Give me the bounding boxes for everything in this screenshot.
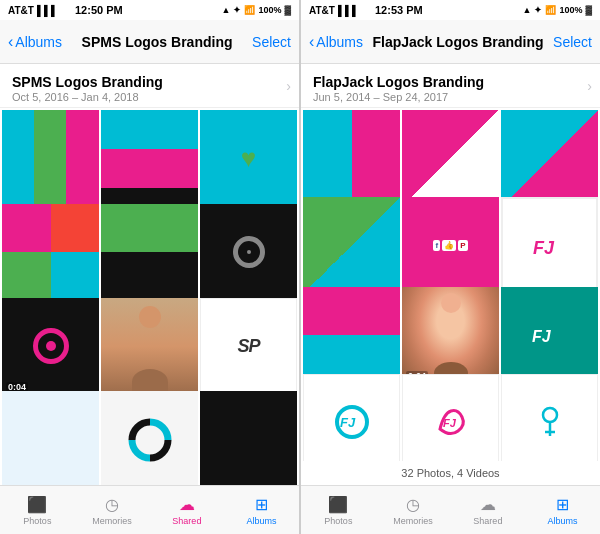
right-memories-label: Memories	[393, 516, 433, 526]
left-photo-7[interactable]	[101, 298, 198, 395]
right-photo-count: 32 Photos, 4 Videos	[301, 461, 600, 485]
right-location-icon: ▲	[522, 5, 531, 15]
right-status-left: AT&T ▌▌▌	[309, 5, 359, 16]
right-photo-grid: f 👍 P FJ	[301, 108, 600, 461]
left-select-button[interactable]: Select	[252, 34, 291, 50]
left-album-header: SPMS Logos Branding Oct 5, 2016 – Jan 4,…	[0, 64, 299, 108]
left-tab-memories[interactable]: ◷ Memories	[75, 495, 150, 526]
left-albums-icon: ⊞	[255, 495, 268, 514]
right-tab-bar: ⬛ Photos ◷ Memories ☁ Shared ⊞ Albums	[301, 485, 600, 534]
right-photo-3[interactable]	[303, 197, 400, 294]
left-photo-4[interactable]	[101, 204, 198, 301]
left-photo-3[interactable]	[2, 204, 99, 301]
right-photo-9[interactable]: FJ	[303, 374, 400, 461]
right-nav-bar: ‹ Albums FlapJack Logos Branding Select	[301, 20, 600, 64]
right-back-button[interactable]: ‹ Albums	[309, 33, 363, 51]
right-photos-label: Photos	[324, 516, 352, 526]
left-phone: AT&T ▌▌▌ 12:50 PM ▲ ✦ 📶 100% ▓ ‹ Albums …	[0, 0, 300, 534]
svg-text:FJ: FJ	[443, 417, 457, 429]
right-bluetooth-icon: ✦	[534, 5, 542, 15]
left-back-chevron: ‹	[8, 33, 13, 51]
left-nav-title: SPMS Logos Branding	[62, 34, 252, 50]
right-shared-label: Shared	[473, 516, 502, 526]
right-tab-photos[interactable]: ⬛ Photos	[301, 495, 376, 526]
svg-text:FJ: FJ	[533, 238, 555, 258]
right-photo-1[interactable]	[402, 110, 499, 207]
right-photo-0[interactable]	[303, 110, 400, 207]
left-shared-icon: ☁	[179, 495, 195, 514]
left-status-left: AT&T ▌▌▌	[8, 5, 58, 16]
left-status-bar: AT&T ▌▌▌ 12:50 PM ▲ ✦ 📶 100% ▓	[0, 0, 299, 20]
left-album-chevron: ›	[286, 78, 291, 94]
left-carrier: AT&T	[8, 5, 34, 16]
left-video-duration-0: 0:04	[6, 382, 28, 392]
right-photo-count-text: 32 Photos, 4 Videos	[401, 467, 499, 479]
left-shared-label: Shared	[172, 516, 201, 526]
left-nav-bar: ‹ Albums SPMS Logos Branding Select	[0, 20, 299, 64]
right-tab-memories[interactable]: ◷ Memories	[376, 495, 451, 526]
left-photos-label: Photos	[23, 516, 51, 526]
left-tab-bar: ⬛ Photos ◷ Memories ☁ Shared ⊞ Albums	[0, 485, 299, 534]
right-status-bar: AT&T ▌▌▌ 12:53 PM ▲ ✦ 📶 100% ▓	[301, 0, 600, 20]
left-photo-grid: ♥ 0:04	[0, 108, 299, 485]
right-albums-label: Albums	[548, 516, 578, 526]
left-location-icon: ▲	[221, 5, 230, 15]
right-tab-albums[interactable]: ⊞ Albums	[525, 495, 600, 526]
right-select-button[interactable]: Select	[553, 34, 592, 50]
left-photo-5[interactable]	[200, 204, 297, 301]
right-carrier: AT&T	[309, 5, 335, 16]
right-tab-shared[interactable]: ☁ Shared	[451, 495, 526, 526]
right-wifi-icon: 📶	[545, 5, 556, 15]
right-photo-11[interactable]	[501, 374, 598, 461]
left-memories-label: Memories	[92, 516, 132, 526]
left-photos-icon: ⬛	[27, 495, 47, 514]
left-status-right: ▲ ✦ 📶 100% ▓	[221, 5, 291, 15]
left-photo-10[interactable]	[101, 391, 198, 485]
left-photo-1[interactable]	[101, 110, 198, 207]
left-tab-shared[interactable]: ☁ Shared	[150, 495, 225, 526]
right-memories-icon: ◷	[406, 495, 420, 514]
right-photo-2[interactable]	[501, 110, 598, 207]
left-photo-2[interactable]: ♥	[200, 110, 297, 207]
left-memories-icon: ◷	[105, 495, 119, 514]
right-status-right: ▲ ✦ 📶 100% ▓	[522, 5, 592, 15]
right-album-chevron: ›	[587, 78, 592, 94]
left-photo-9[interactable]	[2, 391, 99, 485]
right-album-header: FlapJack Logos Branding Jun 5, 2014 – Se…	[301, 64, 600, 108]
left-battery: 100%	[258, 5, 281, 15]
right-signal-icon: ▌▌▌	[338, 5, 359, 16]
right-album-dates: Jun 5, 2014 – Sep 24, 2017	[313, 91, 580, 103]
left-album-title: SPMS Logos Branding	[12, 74, 279, 90]
left-back-label: Albums	[15, 34, 62, 50]
right-shared-icon: ☁	[480, 495, 496, 514]
left-time: 12:50 PM	[75, 4, 123, 16]
right-photo-4[interactable]: f 👍 P	[402, 197, 499, 294]
left-photo-11[interactable]	[200, 391, 297, 485]
right-album-title: FlapJack Logos Branding	[313, 74, 580, 90]
left-albums-label: Albums	[247, 516, 277, 526]
left-bluetooth-icon: ✦	[233, 5, 241, 15]
right-photo-8[interactable]: FJ	[501, 287, 598, 384]
right-time: 12:53 PM	[375, 4, 423, 16]
left-battery-icon: ▓	[284, 5, 291, 15]
svg-text:FJ: FJ	[532, 328, 552, 345]
right-nav-title: FlapJack Logos Branding	[363, 34, 553, 50]
left-photo-6[interactable]: 0:04	[2, 298, 99, 395]
right-back-chevron: ‹	[309, 33, 314, 51]
right-photo-7[interactable]: 0:04	[402, 287, 499, 384]
right-photo-10[interactable]: FJ	[402, 374, 499, 461]
right-photos-icon: ⬛	[328, 495, 348, 514]
left-signal-icon: ▌▌▌	[37, 5, 58, 16]
right-back-label: Albums	[316, 34, 363, 50]
left-tab-photos[interactable]: ⬛ Photos	[0, 495, 75, 526]
left-photo-8[interactable]: SP	[200, 298, 297, 395]
right-photo-5[interactable]: FJ	[501, 197, 598, 294]
left-wifi-icon: 📶	[244, 5, 255, 15]
left-photo-0[interactable]	[2, 110, 99, 207]
left-album-dates: Oct 5, 2016 – Jan 4, 2018	[12, 91, 279, 103]
right-battery: 100%	[559, 5, 582, 15]
left-back-button[interactable]: ‹ Albums	[8, 33, 62, 51]
left-tab-albums[interactable]: ⊞ Albums	[224, 495, 299, 526]
right-photo-6[interactable]	[303, 287, 400, 384]
svg-text:FJ: FJ	[340, 415, 356, 430]
